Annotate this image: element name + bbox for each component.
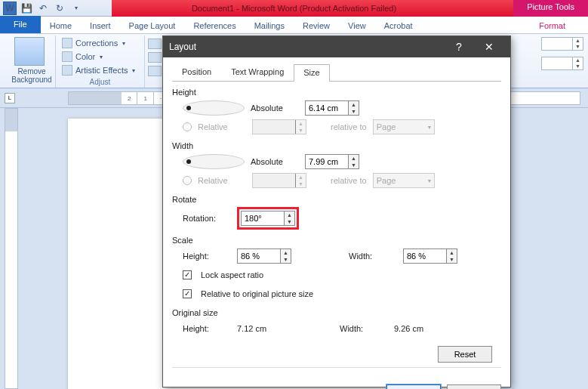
corrections-button[interactable]: Corrections▾ [60,37,140,49]
height-absolute-radio[interactable] [183,100,245,116]
word-icon: W [3,2,17,15]
width-relative-radio [183,176,192,185]
qat-dropdown-icon[interactable]: ▾ [69,2,83,15]
adjust-group-label: Adjust [60,78,140,88]
dialog-title: Layout [169,42,196,52]
tab-position[interactable]: Position [172,63,221,81]
remove-background-icon [14,37,45,66]
home-tab[interactable]: Home [41,18,81,33]
color-button[interactable]: Color▾ [60,51,140,63]
original-height-value: 7.12 cm [237,324,291,333]
relative-original-checkbox[interactable]: ✓ [183,289,192,298]
mailings-tab[interactable]: Mailings [245,18,294,33]
dialog-buttons: OK Cancel [163,378,510,389]
reset-button[interactable]: Reset [438,346,492,363]
color-icon [62,51,72,62]
tab-text-wrapping[interactable]: Text Wrapping [221,63,294,81]
original-width-value: 9.26 cm [394,324,423,333]
height-absolute-input[interactable]: ▲▼ [305,100,359,116]
file-tab[interactable]: File [0,16,41,33]
layout-dialog: Layout ? ✕ Position Text Wrapping Size H… [162,36,511,387]
adjust-group: Corrections▾ Color▾ Artistic Effects▾ Ad… [56,36,145,88]
view-tab[interactable]: View [339,18,375,33]
change-picture-icon[interactable] [148,52,162,63]
width-relative-to-select: Page▾ [373,173,435,188]
cancel-button[interactable]: Cancel [447,384,501,389]
artistic-effects-button[interactable]: Artistic Effects▾ [60,64,140,76]
rotation-highlight: ▲▼ [237,207,299,230]
height-relative-to-select: Page▾ [373,119,435,134]
brightness-icon [62,38,72,48]
insert-tab[interactable]: Insert [81,18,120,33]
dialog-body: Position Text Wrapping Size Height Absol… [163,57,510,378]
help-button[interactable]: ? [444,36,474,57]
format-tab[interactable]: Format [530,18,574,33]
dialog-title-bar[interactable]: Layout ? ✕ [163,36,510,57]
height-spinner[interactable]: ▲▼ [541,37,583,51]
rotation-input[interactable]: ▲▼ [241,211,295,226]
ribbon-tabs: File Home Insert Page Layout References … [0,17,588,34]
scale-height-input[interactable]: ▲▼ [237,249,291,264]
quick-access-toolbar: W 💾 ↶ ↻ ▾ [0,2,83,15]
dialog-tabs: Position Text Wrapping Size [172,63,501,82]
redo-icon[interactable]: ↻ [53,2,66,15]
scale-width-input[interactable]: ▲▼ [403,249,457,264]
original-size-section: Original size Height: 7.12 cm Width: 9.2… [172,308,501,337]
references-tab[interactable]: References [184,18,245,33]
tab-size[interactable]: Size [294,64,329,82]
reset-picture-icon[interactable] [148,66,162,76]
width-absolute-radio[interactable] [183,154,245,169]
remove-background-button[interactable]: RemoveBackground [3,36,56,88]
page-layout-tab[interactable]: Page Layout [120,18,185,33]
picture-tools-tab-header: Picture Tools [513,0,588,17]
ok-button[interactable]: OK [386,384,441,389]
tab-selector-button[interactable]: L [5,93,15,103]
title-bar: W 💾 ↶ ↻ ▾ Document1 - Microsoft Word (Pr… [0,0,588,17]
rotate-section: Rotate Rotation: ▲▼ [172,195,501,230]
undo-icon[interactable]: ↶ [36,2,50,15]
height-relative-input: ▲▼ [252,119,306,134]
width-section: Width Absolute ▲▼ Relative ▲▼ relative t… [172,141,501,189]
size-spinners: ▲▼ ▲▼ [541,37,583,70]
close-button[interactable]: ✕ [474,36,504,57]
save-icon[interactable]: 💾 [20,2,33,15]
acrobat-tab[interactable]: Acrobat [375,18,422,33]
lock-aspect-checkbox[interactable]: ✓ [183,270,192,279]
artistic-icon [62,65,72,76]
width-spinner[interactable]: ▲▼ [541,57,583,70]
height-section: Height Absolute ▲▼ Relative ▲▼ relative … [172,88,501,135]
review-tab[interactable]: Review [294,18,339,33]
width-absolute-input[interactable]: ▲▼ [305,154,359,169]
height-relative-radio [183,122,192,131]
compress-icon[interactable] [148,39,162,49]
scale-section: Scale Height: ▲▼ Width: ▲▼ ✓ Lock aspect… [172,236,501,302]
width-relative-input: ▲▼ [252,173,306,188]
vertical-ruler[interactable] [5,108,18,389]
